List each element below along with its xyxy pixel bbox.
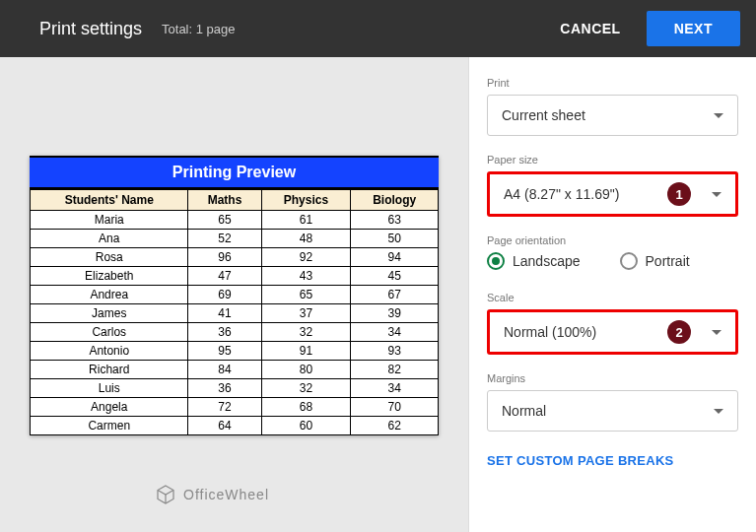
table-cell: 68 [261, 398, 351, 417]
table-cell: 62 [351, 417, 439, 435]
radio-icon [487, 252, 505, 270]
table-cell: 92 [261, 248, 351, 267]
table-cell: 37 [261, 304, 351, 323]
table-row: Angela726870 [31, 398, 439, 417]
landscape-label: Landscape [513, 253, 581, 269]
table-cell: 32 [261, 379, 351, 398]
table-cell: Elizabeth [31, 267, 188, 286]
chevron-down-icon [714, 409, 723, 414]
margins-value: Normal [502, 403, 546, 419]
preview-banner: Printing Preview [30, 156, 439, 189]
table-row: James413739 [31, 304, 439, 323]
orientation-label: Page orientation [487, 234, 738, 246]
callout-2: 2 [667, 320, 691, 344]
print-label: Print [487, 77, 738, 89]
table-cell: 70 [351, 398, 439, 417]
table-cell: James [31, 304, 188, 323]
print-select[interactable]: Current sheet [487, 95, 738, 136]
scale-value: Normal (100%) [504, 324, 596, 340]
custom-page-breaks-link[interactable]: SET CUSTOM PAGE BREAKS [487, 453, 674, 468]
page-title: Print settings [39, 19, 142, 39]
table-cell: Ana [31, 230, 188, 248]
table-cell: 65 [188, 211, 261, 230]
preview-table: Students' NameMathsPhysicsBiology Maria6… [30, 189, 439, 435]
scale-select[interactable]: Normal (100%) 2 [487, 309, 738, 355]
table-cell: Richard [31, 361, 188, 379]
page-total: Total: 1 page [162, 22, 235, 36]
table-cell: 82 [351, 361, 439, 379]
table-cell: 69 [188, 286, 261, 304]
chevron-down-icon [714, 113, 723, 118]
watermark: OfficeWheel [154, 483, 269, 506]
table-cell: 80 [261, 361, 351, 379]
paper-size-select[interactable]: A4 (8.27" x 11.69") 1 [487, 171, 738, 217]
table-cell: 34 [351, 379, 439, 398]
logo-icon [154, 483, 177, 506]
scale-label: Scale [487, 292, 738, 303]
table-row: Antonio959193 [31, 342, 439, 361]
paper-size-value: A4 (8.27" x 11.69") [504, 186, 619, 202]
paper-size-label: Paper size [487, 154, 738, 166]
preview-pane: Printing Preview Students' NameMathsPhys… [0, 57, 468, 532]
table-cell: Antonio [31, 342, 188, 361]
table-cell: Angela [31, 398, 188, 417]
table-cell: 95 [188, 342, 261, 361]
table-cell: 47 [188, 267, 261, 286]
table-cell: 64 [188, 417, 261, 435]
next-button[interactable]: NEXT [647, 11, 740, 46]
table-cell: 50 [351, 230, 439, 248]
table-row: Carmen646062 [31, 417, 439, 435]
table-cell: Maria [31, 211, 188, 230]
chevron-down-icon [712, 192, 722, 197]
cancel-button[interactable]: CANCEL [542, 11, 638, 46]
table-cell: 34 [351, 323, 439, 342]
table-cell: 84 [188, 361, 261, 379]
table-cell: 60 [261, 417, 351, 435]
table-cell: 36 [188, 323, 261, 342]
table-cell: 96 [188, 248, 261, 267]
margins-select[interactable]: Normal [487, 390, 738, 432]
table-cell: 63 [351, 211, 439, 230]
table-cell: Rosa [31, 248, 188, 267]
table-header: Biology [351, 190, 439, 211]
table-cell: Andrea [31, 286, 188, 304]
table-header: Maths [188, 190, 261, 211]
table-cell: 91 [261, 342, 351, 361]
watermark-text: OfficeWheel [183, 487, 269, 502]
table-row: Maria656163 [31, 211, 439, 230]
table-cell: 61 [261, 211, 351, 230]
table-row: Rosa969294 [31, 248, 439, 267]
settings-sidebar: Print Current sheet Paper size A4 (8.27"… [468, 57, 756, 532]
table-cell: 72 [188, 398, 261, 417]
margins-label: Margins [487, 372, 738, 384]
table-header: Students' Name [31, 190, 188, 211]
table-row: Carlos363234 [31, 323, 439, 342]
table-cell: Carmen [31, 417, 188, 435]
table-cell: 48 [261, 230, 351, 248]
table-cell: 93 [351, 342, 439, 361]
header-bar: Print settings Total: 1 page CANCEL NEXT [0, 0, 756, 57]
table-cell: 32 [261, 323, 351, 342]
table-cell: 94 [351, 248, 439, 267]
table-row: Andrea696567 [31, 286, 439, 304]
table-row: Richard848082 [31, 361, 439, 379]
table-header: Physics [261, 190, 351, 211]
chevron-down-icon [712, 330, 722, 335]
table-cell: 67 [351, 286, 439, 304]
table-cell: 65 [261, 286, 351, 304]
table-cell: Carlos [31, 323, 188, 342]
table-cell: 39 [351, 304, 439, 323]
table-row: Ana524850 [31, 230, 439, 248]
table-row: Elizabeth474345 [31, 267, 439, 286]
table-cell: 45 [351, 267, 439, 286]
table-cell: Luis [31, 379, 188, 398]
radio-icon [620, 252, 638, 270]
preview-page: Printing Preview Students' NameMathsPhys… [30, 156, 439, 435]
portrait-radio[interactable]: Portrait [620, 252, 690, 270]
landscape-radio[interactable]: Landscape [487, 252, 581, 270]
table-cell: 41 [188, 304, 261, 323]
table-cell: 43 [261, 267, 351, 286]
print-select-value: Current sheet [502, 107, 585, 123]
callout-1: 1 [667, 182, 691, 206]
table-cell: 52 [188, 230, 261, 248]
